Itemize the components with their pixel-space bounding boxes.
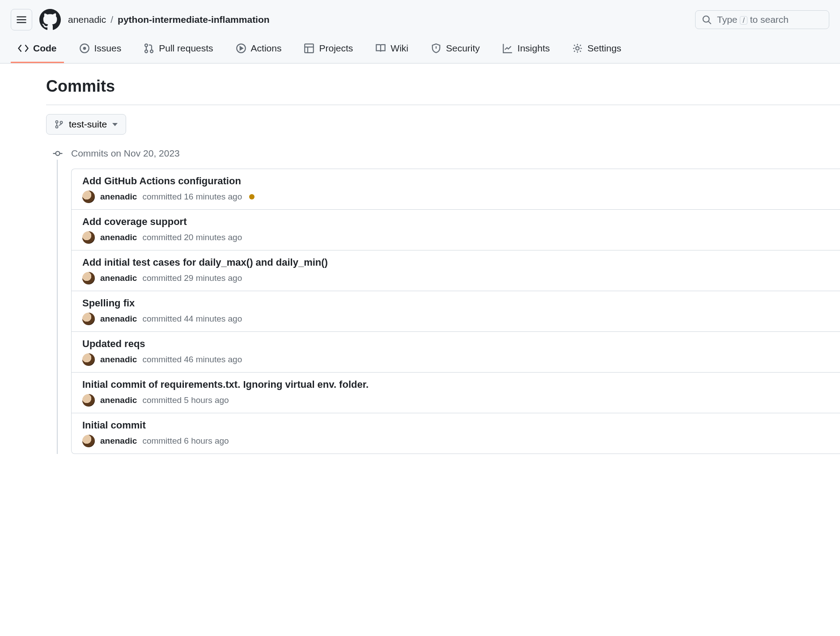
commit-title-link[interactable]: Add initial test cases for daily_max() a… bbox=[82, 257, 328, 268]
commit-title-link[interactable]: Initial commit bbox=[82, 420, 146, 431]
hamburger-icon bbox=[16, 14, 27, 25]
branch-name: test-suite bbox=[69, 119, 107, 130]
commit-title-link[interactable]: Spelling fix bbox=[82, 297, 135, 309]
commit-author-link[interactable]: anenadic bbox=[100, 273, 137, 283]
owner-link[interactable]: anenadic bbox=[68, 14, 106, 25]
svg-point-2 bbox=[83, 47, 85, 50]
commit-time: committed 16 minutes ago bbox=[142, 192, 242, 202]
page-title: Commits bbox=[0, 77, 840, 96]
commit-item: Initial commitanenadiccommitted 6 hours … bbox=[72, 413, 840, 454]
svg-point-8 bbox=[576, 47, 579, 50]
tab-actions[interactable]: Actions bbox=[229, 37, 289, 63]
commit-author-link[interactable]: anenadic bbox=[100, 355, 137, 365]
top-bar: anenadic / python-intermediate-inflammat… bbox=[0, 0, 840, 64]
branch-selector-row: test-suite bbox=[0, 114, 840, 135]
avatar[interactable] bbox=[82, 394, 95, 407]
commit-list: Add GitHub Actions configurationanenadic… bbox=[71, 169, 840, 454]
chevron-down-icon bbox=[112, 123, 118, 126]
play-icon bbox=[236, 43, 246, 54]
commit-item: Updated reqsanenadiccommitted 46 minutes… bbox=[72, 332, 840, 373]
slash-key-hint: / bbox=[740, 16, 747, 25]
commit-item: Spelling fixanenadiccommitted 44 minutes… bbox=[72, 291, 840, 332]
commit-meta: anenadiccommitted 16 minutes ago bbox=[82, 191, 829, 203]
commit-meta: anenadiccommitted 20 minutes ago bbox=[82, 231, 829, 244]
avatar[interactable] bbox=[82, 272, 95, 284]
commit-time: committed 5 hours ago bbox=[142, 395, 229, 405]
tab-insights[interactable]: Insights bbox=[495, 37, 557, 63]
commit-item: Add initial test cases for daily_max() a… bbox=[72, 250, 840, 291]
commit-author-link[interactable]: anenadic bbox=[100, 314, 137, 324]
tab-settings[interactable]: Settings bbox=[565, 37, 628, 63]
svg-point-12 bbox=[56, 152, 60, 156]
commit-meta: anenadiccommitted 5 hours ago bbox=[82, 394, 829, 407]
graph-icon bbox=[502, 43, 513, 54]
global-nav-button[interactable] bbox=[11, 9, 32, 30]
avatar[interactable] bbox=[82, 231, 95, 244]
repo-link[interactable]: python-intermediate-inflammation bbox=[118, 14, 270, 25]
table-icon bbox=[304, 43, 314, 54]
shield-icon bbox=[431, 43, 441, 54]
commits-timeline: Commits on Nov 20, 2023 Add GitHub Actio… bbox=[46, 147, 840, 454]
avatar[interactable] bbox=[82, 435, 95, 447]
divider bbox=[46, 105, 840, 105]
commit-item: Add coverage supportanenadiccommitted 20… bbox=[72, 210, 840, 250]
svg-point-4 bbox=[145, 50, 148, 53]
commit-time: committed 20 minutes ago bbox=[142, 233, 242, 242]
commit-meta: anenadiccommitted 29 minutes ago bbox=[82, 272, 829, 284]
git-commit-icon bbox=[52, 148, 63, 159]
tab-pull-requests[interactable]: Pull requests bbox=[136, 37, 220, 63]
status-pending-icon[interactable] bbox=[249, 194, 255, 199]
commit-title-link[interactable]: Updated reqs bbox=[82, 338, 145, 349]
commit-meta: anenadiccommitted 6 hours ago bbox=[82, 435, 829, 447]
commit-author-link[interactable]: anenadic bbox=[100, 436, 137, 446]
code-icon bbox=[18, 43, 29, 54]
svg-point-5 bbox=[150, 50, 153, 53]
commit-item: Initial commit of requirements.txt. Igno… bbox=[72, 373, 840, 413]
svg-point-9 bbox=[56, 121, 58, 123]
commit-title-link[interactable]: Add GitHub Actions configuration bbox=[82, 175, 241, 187]
breadcrumb: anenadic / python-intermediate-inflammat… bbox=[68, 14, 270, 25]
github-logo-link[interactable] bbox=[39, 9, 61, 30]
svg-point-3 bbox=[145, 44, 148, 47]
avatar[interactable] bbox=[82, 313, 95, 325]
breadcrumb-separator: / bbox=[110, 14, 113, 25]
commit-meta: anenadiccommitted 46 minutes ago bbox=[82, 353, 829, 366]
commit-time: committed 6 hours ago bbox=[142, 436, 229, 446]
tab-security[interactable]: Security bbox=[424, 37, 487, 63]
commit-time: committed 44 minutes ago bbox=[142, 314, 242, 324]
top-bar-head: anenadic / python-intermediate-inflammat… bbox=[0, 0, 840, 37]
tab-wiki[interactable]: Wiki bbox=[368, 37, 416, 63]
branch-selector[interactable]: test-suite bbox=[46, 114, 126, 135]
issue-icon bbox=[79, 43, 90, 54]
avatar[interactable] bbox=[82, 353, 95, 366]
commit-item: Add GitHub Actions configurationanenadic… bbox=[72, 169, 840, 210]
main-content: Commits test-suite Commits on Nov 20, 20… bbox=[0, 64, 840, 472]
commit-author-link[interactable]: anenadic bbox=[100, 395, 137, 405]
commit-time: committed 46 minutes ago bbox=[142, 355, 242, 365]
tab-projects[interactable]: Projects bbox=[297, 37, 360, 63]
tab-code[interactable]: Code bbox=[11, 37, 64, 63]
search-icon bbox=[702, 15, 712, 25]
git-branch-icon bbox=[55, 120, 64, 129]
timeline-marker bbox=[51, 147, 64, 160]
avatar[interactable] bbox=[82, 191, 95, 203]
commit-group-date: Commits on Nov 20, 2023 bbox=[71, 147, 840, 169]
git-pull-request-icon bbox=[144, 43, 154, 54]
github-mark-icon bbox=[39, 9, 61, 30]
gear-icon bbox=[572, 43, 583, 54]
commit-title-link[interactable]: Add coverage support bbox=[82, 216, 187, 227]
commit-meta: anenadiccommitted 44 minutes ago bbox=[82, 313, 829, 325]
book-icon bbox=[375, 43, 386, 54]
repo-tabs: Code Issues Pull requests Actions Projec… bbox=[0, 37, 840, 63]
tab-issues[interactable]: Issues bbox=[72, 37, 129, 63]
commit-author-link[interactable]: anenadic bbox=[100, 233, 137, 242]
svg-point-0 bbox=[703, 16, 709, 22]
search-hint: Type / to search bbox=[717, 14, 789, 25]
commit-author-link[interactable]: anenadic bbox=[100, 192, 137, 202]
search-button[interactable]: Type / to search bbox=[695, 10, 829, 30]
svg-point-10 bbox=[56, 126, 58, 128]
svg-point-11 bbox=[60, 121, 63, 123]
commit-title-link[interactable]: Initial commit of requirements.txt. Igno… bbox=[82, 379, 369, 390]
svg-rect-7 bbox=[305, 44, 314, 53]
commit-time: committed 29 minutes ago bbox=[142, 273, 242, 283]
